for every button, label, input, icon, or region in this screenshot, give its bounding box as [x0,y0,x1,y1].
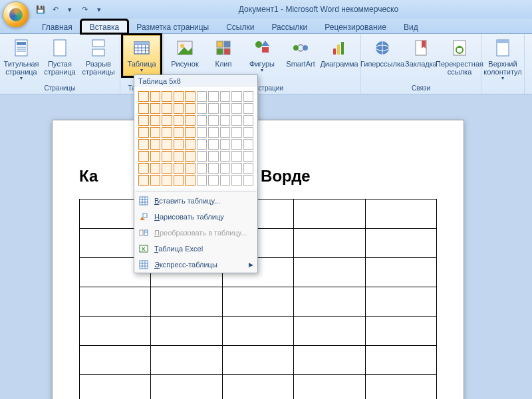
grid-cell[interactable] [231,139,242,150]
table-cell[interactable] [151,287,222,317]
header-button[interactable]: Верхний колонтитул▾ [484,35,521,84]
grid-cell[interactable] [138,115,149,126]
grid-cell[interactable] [208,115,219,126]
table-grid-picker[interactable] [134,87,257,190]
grid-cell[interactable] [208,139,219,150]
smartart-button[interactable]: SmartArt [282,35,319,70]
tab-вставка[interactable]: Вставка [81,20,128,33]
grid-cell[interactable] [150,103,161,114]
table-cell[interactable] [294,200,365,229]
grid-cell[interactable] [138,103,149,114]
grid-cell[interactable] [243,127,254,138]
grid-cell[interactable] [138,91,149,102]
grid-cell[interactable] [185,139,196,150]
table-cell[interactable] [365,317,436,346]
table-cell[interactable] [80,287,151,317]
grid-cell[interactable] [197,139,207,150]
grid-cell[interactable] [220,103,231,114]
grid-cell[interactable] [138,127,149,138]
grid-cell[interactable] [150,139,161,150]
table-cell[interactable] [80,346,151,375]
chevron-down-icon[interactable]: ▾ [64,3,76,15]
heading[interactable]: Ка у в Ворде [79,167,437,186]
grid-cell[interactable] [138,175,149,186]
grid-cell[interactable] [185,115,196,126]
grid-cell[interactable] [162,91,172,102]
grid-cell[interactable] [174,139,184,150]
grid-cell[interactable] [220,139,231,150]
table-cell[interactable] [151,317,222,346]
table-cell[interactable] [294,229,365,258]
grid-cell[interactable] [208,103,219,114]
grid-cell[interactable] [185,175,196,186]
grid-cell[interactable] [231,91,242,102]
cover-page-button[interactable]: Титульная страница▾ [3,35,40,84]
grid-cell[interactable] [150,115,161,126]
grid-cell[interactable] [174,127,184,138]
grid-cell[interactable] [162,115,172,126]
table-cell[interactable] [365,229,436,258]
grid-cell[interactable] [197,127,207,138]
chart-button[interactable]: Диаграмма [321,35,358,70]
grid-cell[interactable] [162,103,172,114]
table-cell[interactable] [294,287,365,317]
table-cell[interactable] [365,375,436,400]
undo-icon[interactable]: ↶ [49,3,61,15]
grid-cell[interactable] [174,91,184,102]
redo-icon[interactable]: ↷ [78,3,90,15]
page-break-button[interactable]: Разрыв страницы [80,35,117,78]
grid-cell[interactable] [208,163,219,174]
grid-cell[interactable] [162,175,172,186]
clipart-button[interactable]: Клип [205,35,242,70]
grid-cell[interactable] [162,127,172,138]
grid-cell[interactable] [162,139,172,150]
grid-cell[interactable] [243,103,254,114]
grid-cell[interactable] [150,151,161,162]
grid-cell[interactable] [197,91,207,102]
grid-cell[interactable] [174,175,184,186]
grid-cell[interactable] [231,163,242,174]
grid-cell[interactable] [185,127,196,138]
grid-cell[interactable] [208,127,219,138]
tab-главная[interactable]: Главная [33,20,81,33]
grid-cell[interactable] [231,115,242,126]
tab-рецензирование[interactable]: Рецензирование [316,20,395,33]
menu-item-grid[interactable]: Экспресс-таблицы▶ [134,257,257,273]
menu-item-grid[interactable]: Вставить таблицу... [134,193,257,209]
grid-cell[interactable] [138,163,149,174]
grid-cell[interactable] [243,151,254,162]
grid-cell[interactable] [197,103,207,114]
table-cell[interactable] [294,346,365,375]
grid-cell[interactable] [220,91,231,102]
grid-cell[interactable] [231,175,242,186]
grid-cell[interactable] [208,151,219,162]
table-cell[interactable] [294,258,365,287]
grid-cell[interactable] [174,151,184,162]
crossref-button[interactable]: Перекрестная ссылка [441,35,478,78]
hyperlink-button[interactable]: Гиперссылка [364,35,401,70]
grid-cell[interactable] [185,151,196,162]
chevron-down-icon[interactable]: ▾ [93,3,105,15]
table-cell[interactable] [365,258,436,287]
grid-cell[interactable] [220,163,231,174]
grid-cell[interactable] [174,163,184,174]
grid-cell[interactable] [150,91,161,102]
table-cell[interactable] [151,375,222,400]
grid-cell[interactable] [197,175,207,186]
table-cell[interactable] [365,346,436,375]
grid-cell[interactable] [231,103,242,114]
grid-cell[interactable] [185,163,196,174]
grid-cell[interactable] [220,127,231,138]
picture-button[interactable]: Рисунок [166,35,203,70]
grid-cell[interactable] [174,103,184,114]
table-cell[interactable] [365,200,436,229]
menu-item-excel[interactable]: XТаблица Excel [134,241,257,257]
page[interactable]: Ка у в Ворде [52,120,464,399]
table-cell[interactable] [151,346,222,375]
grid-cell[interactable] [243,115,254,126]
grid-cell[interactable] [185,103,196,114]
menu-item-pencil[interactable]: Нарисовать таблицу [134,209,257,225]
grid-cell[interactable] [231,127,242,138]
grid-cell[interactable] [162,163,172,174]
grid-cell[interactable] [243,139,254,150]
